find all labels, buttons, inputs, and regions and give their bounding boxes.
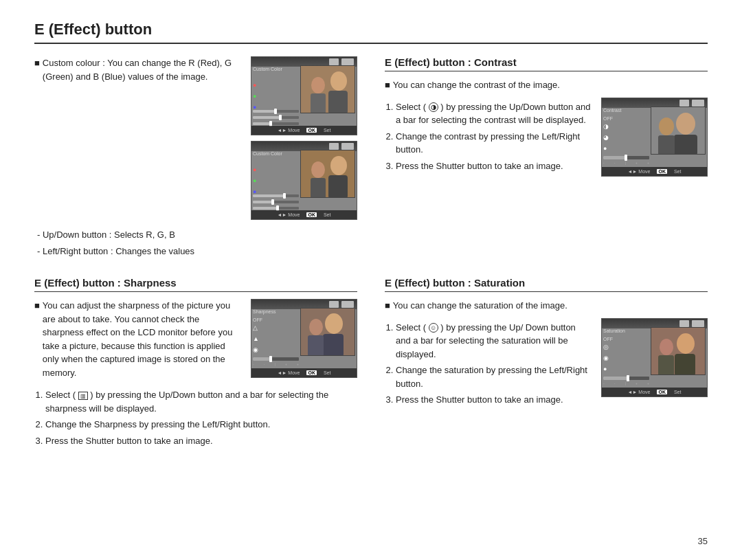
cs-contrast-bar-area: --|++ — [603, 156, 649, 165]
sharpness-text: ■ You can adjust the sharpness of the pi… — [34, 299, 241, 381]
svg-point-13 — [659, 117, 674, 135]
cs-bottom-bar-s: ◄► Move OK Set — [251, 368, 357, 377]
cs-icon-s1: △ — [253, 324, 259, 331]
cs-slider-row-r — [253, 110, 299, 113]
saturation-step-3: Press the Shutter button to take an imag… — [396, 393, 592, 407]
cs-person-svg-c — [651, 107, 706, 155]
cs-custom-color-label-1: Custom Color — [253, 67, 282, 71]
cs-icons-col-2: ● ● ● — [253, 166, 256, 195]
sharpness-step-1: Select ( ▥ ) by pressing the Up/Down but… — [45, 388, 357, 415]
svg-rect-9 — [311, 178, 326, 198]
camera-screen-contrast: Contrast OFF ◑ ◕ ● — [601, 98, 708, 177]
cs-slider-row-b — [253, 122, 299, 125]
cs-icon-s3: ◉ — [253, 346, 259, 353]
cs-ok-s: OK — [306, 370, 317, 375]
cs-icon-c1: ◑ — [603, 123, 609, 130]
saturation-content: Select ( ☺ ) by pressing the Up/ Down bu… — [385, 318, 708, 410]
page-title: E (Effect) button — [34, 21, 708, 44]
cs-sliders-1 — [253, 110, 299, 125]
cs-contrast-hbar-fill — [603, 156, 627, 159]
cs-set-label-2: Set — [324, 212, 331, 217]
contrast-description: You can change the contrast of the image… — [393, 78, 560, 92]
cs-slider-row-g — [253, 116, 299, 119]
svg-point-23 — [660, 339, 673, 355]
cs-slider-row-r2 — [253, 194, 299, 197]
cs-ok-1: OK — [306, 128, 317, 133]
cs-saturation-hbar — [603, 377, 649, 380]
cs-fill-b2 — [253, 207, 278, 210]
contrast-step-1: Select ( ◑ ) by pressing the Up/Down but… — [396, 100, 592, 127]
cs-ok-2: OK — [306, 212, 317, 217]
cs-fill-g2 — [253, 201, 273, 203]
contrast-step-3: Press the Shutter button to take an imag… — [396, 159, 592, 173]
cs-off-s: OFF — [253, 317, 262, 322]
custom-colour-notes: - Up/Down button : Selects R, G, B - Lef… — [37, 228, 357, 258]
cs-slider-bar-g2 — [253, 201, 299, 203]
cs-move-sat: ◄► Move — [628, 390, 651, 394]
cs-icon-wide-2 — [341, 143, 354, 150]
svg-point-16 — [325, 313, 343, 334]
contrast-heading: E (Effect) button : Contrast — [385, 56, 708, 71]
cs-saturation-scale: --|++ — [603, 381, 649, 385]
note-updown: - Up/Down button : Selects R, G, B — [37, 228, 357, 242]
cs-icon-mode-sat — [679, 320, 689, 327]
cs-photo-2 — [300, 150, 355, 198]
cs-icons-col-sat: ◎ ◉ ● — [603, 344, 609, 372]
cs-set-sat: Set — [674, 390, 682, 394]
cs-photo-sharpness — [300, 308, 355, 356]
cs-photo-1 — [300, 65, 355, 113]
cs-slider-bar-g — [253, 116, 299, 119]
cs-sharpness-hbar-fill — [253, 357, 271, 361]
cs-sliders-2 — [253, 194, 299, 210]
cs-icon-g: ● — [253, 93, 256, 100]
cs-icon-mode-c — [679, 100, 689, 107]
cs-bottom-bar-1: ◄► Move OK Set — [251, 126, 357, 135]
sharpness-heading: E (Effect) button : Sharpness — [34, 277, 357, 292]
svg-rect-4 — [311, 93, 326, 113]
note-leftright: - Left/Right button : Changes the values — [37, 245, 357, 258]
section-custom-colour: ■ Custom colour : You can change the R (… — [34, 56, 357, 260]
svg-rect-12 — [674, 135, 697, 155]
cs-icon-r: ● — [253, 82, 256, 89]
cs-bottom-bar-c: ◄► Move OK Set — [602, 167, 707, 176]
saturation-step-1: Select ( ☺ ) by pressing the Up/ Down bu… — [396, 321, 592, 361]
cs-slider-bar-r2 — [253, 194, 299, 197]
contrast-step-2: Change the contrast by pressing the Left… — [396, 130, 592, 157]
cs-icon-wide-c — [692, 100, 704, 107]
cs-sharpness-bar-area: --|++ — [253, 357, 299, 366]
cs-icon-s2: ▲ — [253, 335, 259, 342]
contrast-bullet-sym: ■ — [385, 78, 390, 92]
saturation-steps: Select ( ☺ ) by pressing the Up/ Down bu… — [385, 318, 592, 410]
cs-icons-col-c: ◑ ◕ ● — [603, 123, 609, 152]
contrast-steps: Select ( ◑ ) by pressing the Up/Down but… — [385, 98, 592, 176]
cs-photo-contrast — [651, 107, 706, 155]
cs-contrast-scale: --|++ — [603, 161, 649, 165]
cs-sharpness-hbar-thumb — [269, 356, 272, 362]
sharpness-icon: ▥ — [78, 392, 88, 400]
svg-point-8 — [311, 161, 325, 178]
cs-thumb-r2 — [283, 193, 286, 199]
section-contrast: E (Effect) button : Contrast ■ You can c… — [385, 56, 708, 260]
cs-slider-bar-b2 — [253, 207, 299, 210]
cs-photo-saturation — [651, 327, 706, 375]
svg-rect-17 — [323, 334, 344, 356]
sharpness-step-3: Press the Shutter button to take an imag… — [45, 434, 357, 448]
cs-sharpness-scale: --|++ — [253, 362, 299, 366]
svg-rect-2 — [328, 91, 348, 113]
svg-point-21 — [677, 333, 695, 354]
cs-move-label-1: ◄► Move — [278, 128, 300, 133]
cs-slider-bar-b — [253, 122, 299, 125]
cs-fill-r — [253, 110, 276, 113]
cs-off-sat: OFF — [603, 337, 613, 341]
svg-point-1 — [330, 71, 347, 91]
custom-colour-text: ■ Custom colour : You can change the R (… — [34, 56, 241, 85]
custom-colour-images: Custom Color ● ● ● — [251, 56, 357, 220]
section-sharpness: E (Effect) button : Sharpness ■ You can … — [34, 277, 357, 450]
cs-fill-b — [253, 122, 271, 125]
cs-fill-g — [253, 116, 280, 119]
cs-slider-row-g2 — [253, 201, 299, 203]
svg-rect-24 — [658, 355, 674, 375]
custom-colour-description: Custom colour : You can change the R (Re… — [43, 56, 241, 83]
contrast-content: Select ( ◑ ) by pressing the Up/Down but… — [385, 98, 708, 177]
saturation-heading: E (Effect) button : Saturation — [385, 277, 708, 292]
